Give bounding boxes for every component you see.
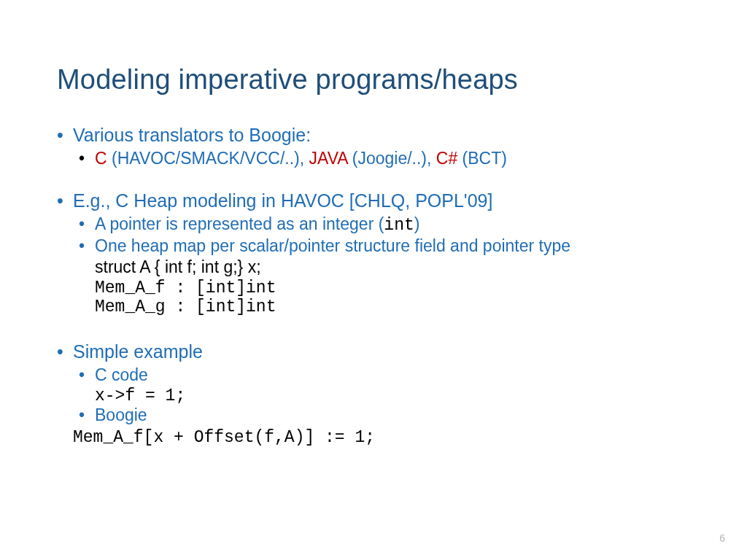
spacer <box>57 316 690 341</box>
pointer-repr-code: int <box>384 216 414 235</box>
lang-c: C <box>95 149 107 168</box>
spacer <box>57 170 690 190</box>
bullet-translators-langs: C (HAVOC/SMACK/VCC/..), JAVA (Joogie/..)… <box>79 149 690 168</box>
lang-csharp-tools: (BCT) <box>457 149 507 168</box>
mem-map-f: Mem_A_f : [int]int <box>95 279 690 298</box>
lang-java-tools: (Joogie/..), <box>347 149 436 168</box>
bullet-c-code-label: C code <box>79 365 690 385</box>
lang-c-tools: (HAVOC/SMACK/VCC/..), <box>107 149 309 168</box>
bullet-heap-map: One heap map per scalar/pointer structur… <box>79 236 690 256</box>
slide: Modeling imperative programs/heaps Vario… <box>0 0 747 462</box>
bullet-pointer-repr: A pointer is represented as an integer (… <box>79 214 690 235</box>
mem-map-g: Mem_A_g : [int]int <box>95 298 690 316</box>
bullet-boogie-label: Boogie <box>79 405 690 425</box>
slide-title: Modeling imperative programs/heaps <box>57 64 690 96</box>
pointer-repr-post: ) <box>414 214 420 233</box>
pointer-repr-pre: A pointer is represented as an integer ( <box>95 214 384 233</box>
bullet-heap-modeling: E.g., C Heap modeling in HAVOC [CHLQ, PO… <box>57 190 690 211</box>
bullet-simple-example: Simple example <box>57 341 690 362</box>
page-number: 6 <box>719 532 725 544</box>
lang-csharp: C# <box>436 149 457 168</box>
c-code-snippet: x->f = 1; <box>95 386 690 405</box>
bullet-translators: Various translators to Boogie: <box>57 125 690 146</box>
boogie-code-snippet: Mem_A_f[x + Offset(f,A)] := 1; <box>73 428 690 447</box>
struct-declaration: struct A { int f; int g;} x; <box>95 257 690 277</box>
lang-java: JAVA <box>309 149 348 168</box>
